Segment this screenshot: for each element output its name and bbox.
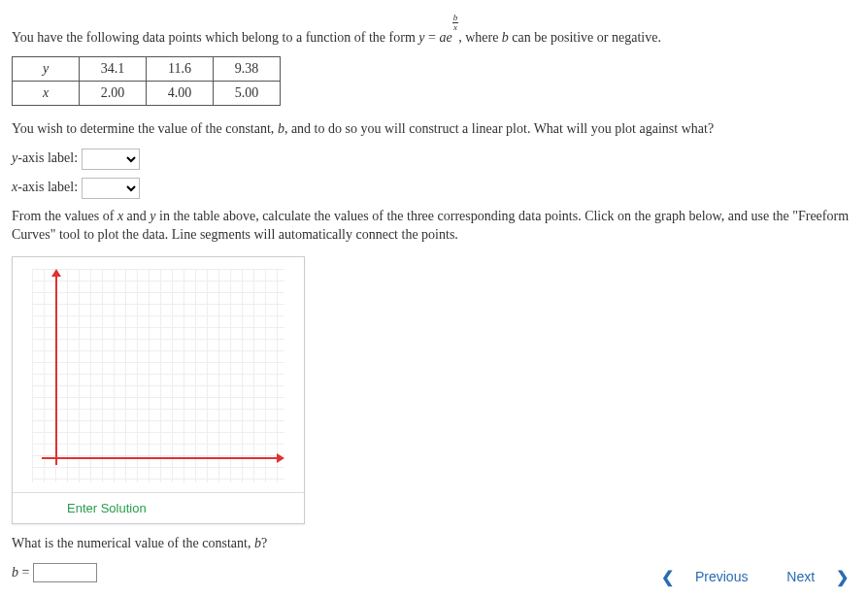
eq-equals: = — [425, 30, 440, 45]
next-button[interactable]: Next ❯ — [769, 569, 849, 584]
chevron-left-icon: ❮ — [661, 569, 674, 585]
b-var: b — [12, 565, 18, 579]
question-a: What is the numerical value of the const… — [12, 536, 254, 550]
cell-y-2: 9.38 — [214, 57, 281, 82]
row-x-label: x — [13, 82, 80, 106]
intro-part-a: You have the following data points which… — [12, 30, 418, 45]
previous-label: Previous — [695, 569, 748, 584]
nav-buttons: ❮ Previous Next ❯ — [626, 568, 849, 586]
question-c: ? — [261, 536, 267, 550]
intro-b-var: b — [502, 30, 509, 45]
y-axis-row: y-axis label: — [12, 149, 856, 170]
b-equals: = — [18, 565, 33, 579]
x-axis-select[interactable] — [82, 178, 140, 199]
cell-x-0: 2.00 — [80, 82, 147, 106]
y-axis-text: -axis label: — [17, 150, 78, 165]
para2-a: You wish to determine the value of the c… — [12, 121, 278, 136]
graph-panel: Enter Solution — [12, 256, 305, 524]
cell-x-1: 4.00 — [147, 82, 214, 106]
para-2: You wish to determine the value of the c… — [12, 119, 856, 139]
data-table: y 34.1 11.6 9.38 x 2.00 4.00 5.00 — [12, 56, 281, 106]
cell-y-1: 11.6 — [147, 57, 214, 82]
x-axis-text: -axis label: — [17, 180, 78, 194]
eq-ae: ae — [439, 30, 451, 45]
question: What is the numerical value of the const… — [12, 534, 856, 553]
intro-text: You have the following data points which… — [12, 14, 856, 47]
chevron-right-icon: ❯ — [836, 569, 849, 585]
y-axis-line — [55, 275, 57, 465]
question-b: b — [254, 536, 261, 550]
next-label: Next — [786, 569, 815, 584]
y-axis-select[interactable] — [82, 149, 140, 170]
para2-b: b — [278, 121, 284, 136]
x-axis-line — [42, 457, 279, 459]
para3-a: From the values of — [12, 209, 117, 223]
cell-y-0: 34.1 — [80, 57, 147, 82]
intro-part-c: can be positive or negative. — [509, 30, 661, 45]
b-value-input[interactable] — [33, 563, 97, 582]
cell-x-2: 5.00 — [214, 82, 281, 106]
row-y-label: y — [13, 57, 80, 82]
enter-solution-button[interactable]: Enter Solution — [13, 492, 304, 523]
x-axis-row: x-axis label: — [12, 178, 856, 199]
intro-part-b: , where — [458, 30, 502, 45]
previous-button[interactable]: ❮ Previous — [644, 569, 748, 584]
para-3: From the values of x and y in the table … — [12, 207, 856, 245]
graph-canvas[interactable] — [32, 269, 284, 482]
para3-and: and — [123, 209, 150, 223]
para2-c: , and to do so you will construct a line… — [284, 121, 714, 136]
